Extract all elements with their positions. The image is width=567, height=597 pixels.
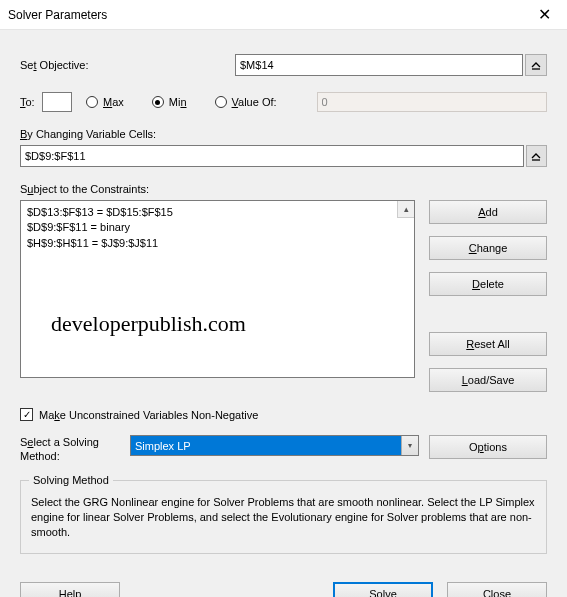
to-label: To: bbox=[20, 96, 42, 108]
valueof-radio[interactable]: Value Of: bbox=[215, 96, 277, 108]
reset-all-button[interactable]: Reset All bbox=[429, 332, 547, 356]
min-radio[interactable]: Min bbox=[152, 96, 187, 108]
change-button[interactable]: Change bbox=[429, 236, 547, 260]
add-button[interactable]: Add bbox=[429, 200, 547, 224]
checkbox-icon: ✓ bbox=[20, 408, 33, 421]
method-select[interactable]: Simplex LP ▾ bbox=[130, 435, 419, 456]
group-text: Select the GRG Nonlinear engine for Solv… bbox=[31, 495, 536, 541]
constraint-buttons: Add Change Delete Reset All Load/Save bbox=[429, 200, 547, 392]
to-input[interactable] bbox=[42, 92, 72, 112]
valueof-input bbox=[317, 92, 547, 112]
changing-range-button[interactable] bbox=[526, 145, 547, 167]
constraint-line[interactable]: $D$9:$F$11 = binary bbox=[27, 220, 408, 235]
options-button[interactable]: Options bbox=[429, 435, 547, 459]
solving-method-group: Solving Method Select the GRG Nonlinear … bbox=[20, 480, 547, 554]
help-button[interactable]: Help bbox=[20, 582, 120, 597]
changing-row bbox=[20, 145, 547, 167]
objective-label: Set Objective: bbox=[20, 59, 235, 71]
radio-icon bbox=[215, 96, 227, 108]
unconstrained-checkbox[interactable]: ✓ Make Unconstrained Variables Non-Negat… bbox=[20, 408, 547, 421]
radio-icon bbox=[152, 96, 164, 108]
scroll-up-icon[interactable]: ▴ bbox=[397, 201, 414, 218]
constraints-label: Subject to the Constraints: bbox=[20, 183, 547, 195]
objective-row: Set Objective: bbox=[20, 54, 547, 76]
objective-range-button[interactable] bbox=[525, 54, 547, 76]
changing-input[interactable] bbox=[20, 145, 524, 167]
method-label: Select a Solving Method: bbox=[20, 435, 120, 464]
close-icon: ✕ bbox=[538, 5, 551, 24]
max-radio[interactable]: Max bbox=[86, 96, 124, 108]
constraints-area: $D$13:$F$13 = $D$15:$F$15 $D$9:$F$11 = b… bbox=[20, 200, 547, 392]
group-title: Solving Method bbox=[29, 474, 113, 486]
constraints-listbox[interactable]: $D$13:$F$13 = $D$15:$F$15 $D$9:$F$11 = b… bbox=[20, 200, 415, 378]
method-row: Select a Solving Method: Simplex LP ▾ Op… bbox=[20, 435, 547, 464]
radio-icon bbox=[86, 96, 98, 108]
load-save-button[interactable]: Load/Save bbox=[429, 368, 547, 392]
title-bar: Solver Parameters ✕ bbox=[0, 0, 567, 30]
to-row: To: Max Min Value Of: bbox=[20, 92, 547, 112]
close-button[interactable]: Close bbox=[447, 582, 547, 597]
collapse-icon bbox=[530, 59, 542, 71]
solve-button[interactable]: Solve bbox=[333, 582, 433, 597]
constraints-lines: $D$13:$F$13 = $D$15:$F$15 $D$9:$F$11 = b… bbox=[21, 201, 414, 255]
chevron-down-icon: ▾ bbox=[401, 436, 418, 455]
changing-label: By Changing Variable Cells: bbox=[20, 128, 547, 140]
delete-button[interactable]: Delete bbox=[429, 272, 547, 296]
constraint-line[interactable]: $H$9:$H$11 = $J$9:$J$11 bbox=[27, 236, 408, 251]
window-title: Solver Parameters bbox=[8, 8, 107, 22]
window-close-button[interactable]: ✕ bbox=[522, 0, 567, 30]
bottom-bar: Help Solve Close bbox=[0, 582, 567, 597]
watermark-text: developerpublish.com bbox=[51, 311, 246, 337]
dialog-content: Set Objective: To: Max Min Value Of: By … bbox=[0, 30, 567, 582]
collapse-icon bbox=[530, 150, 542, 162]
objective-input[interactable] bbox=[235, 54, 523, 76]
constraint-line[interactable]: $D$13:$F$13 = $D$15:$F$15 bbox=[27, 205, 408, 220]
method-selected: Simplex LP bbox=[131, 436, 401, 455]
